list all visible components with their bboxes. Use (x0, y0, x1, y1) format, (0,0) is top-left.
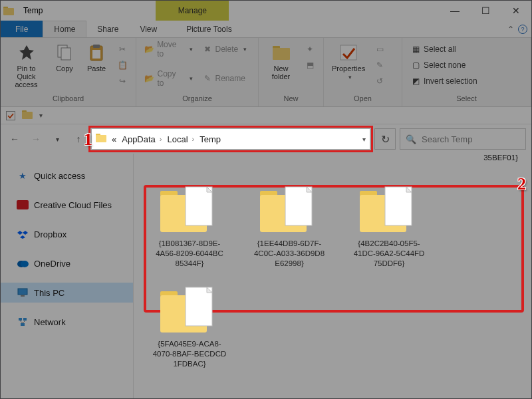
delete-button[interactable]: ✖Delete (198, 42, 255, 57)
copy-path-icon: 📋 (117, 60, 128, 70)
rename-button[interactable]: ✎Rename (198, 71, 255, 86)
minimize-button[interactable]: — (440, 1, 470, 21)
folder-qat-icon (22, 110, 33, 122)
sidebar-item-dropbox[interactable]: Dropbox (1, 224, 133, 244)
star-icon: ★ (17, 170, 29, 182)
group-label-clipboard: Clipboard (1, 94, 136, 106)
this-pc-icon (17, 287, 29, 299)
address-bar[interactable]: « AppData› Local› Temp ▾ (91, 128, 370, 150)
breadcrumb-appdata[interactable]: AppData› (122, 134, 162, 144)
copy-path-button[interactable]: 📋 (113, 58, 132, 72)
folder-icon (156, 179, 223, 236)
paste-button[interactable]: Paste (81, 41, 112, 74)
edit-button[interactable]: ✎ (370, 58, 389, 72)
recent-locations-button[interactable]: ▾ (49, 130, 66, 148)
tab-file[interactable]: File (1, 21, 43, 37)
select-none-button[interactable]: ▢Select none (406, 58, 481, 72)
rename-icon: ✎ (202, 73, 213, 84)
select-all-button[interactable]: ▦Select all (406, 42, 481, 57)
invert-selection-button[interactable]: ◩Invert selection (406, 74, 481, 88)
address-row: ← → ▾ ↑ « AppData› Local› Temp ▾ ↻ 🔍 Sea… (1, 124, 531, 154)
tab-picture-tools[interactable]: Picture Tools (176, 21, 242, 37)
pin-label: Pin to Quick access (9, 65, 44, 88)
folder-item[interactable]: {1B081367-8D9E-4A56-8209-6044BC85344F} (143, 174, 236, 274)
properties-label: Properties (332, 65, 365, 72)
new-item-icon: ✦ (305, 44, 315, 55)
new-item-button[interactable]: ✦ (301, 42, 319, 57)
history-icon: ↺ (374, 76, 385, 86)
breadcrumb-overflow[interactable]: « (112, 134, 116, 144)
content-pane[interactable]: 35BEF01} {1B081367-8D9E-4A56-8209-6044BC… (134, 154, 531, 398)
search-icon: 🔍 (406, 134, 416, 144)
open-icon: ▭ (374, 44, 385, 55)
breadcrumb-temp[interactable]: Temp (200, 134, 221, 144)
properties-button[interactable]: Properties (328, 41, 369, 82)
open-button[interactable]: ▭ (370, 42, 389, 57)
sidebar-item-onedrive[interactable]: OneDrive (1, 253, 133, 273)
group-label-open: Open (324, 94, 402, 106)
collapse-ribbon-icon[interactable]: ⌃ (507, 25, 514, 34)
delete-icon: ✖ (202, 44, 213, 55)
refresh-button[interactable]: ↻ (374, 128, 396, 150)
svg-rect-15 (17, 200, 29, 209)
folder-item[interactable]: {1EE44DB9-6D7F-4C0C-A033-36D9D8E62998} (243, 174, 336, 274)
tab-home[interactable]: Home (43, 21, 86, 37)
tab-view[interactable]: View (129, 21, 168, 37)
select-none-icon: ▢ (410, 60, 421, 70)
sidebar-item-this-pc[interactable]: This PC (1, 283, 133, 303)
annotation-marker-1: 1 (84, 130, 92, 150)
chevron-right-icon: › (192, 135, 195, 143)
folder-item[interactable]: {5FA045E9-ACA8-4070-8BAF-BECDCD1FDBAC} (143, 274, 236, 374)
address-dropdown-icon[interactable]: ▾ (362, 136, 366, 143)
properties-icon (338, 42, 359, 63)
forward-button[interactable]: → (27, 130, 45, 148)
paste-shortcut-button[interactable]: ↪ (113, 74, 132, 88)
svg-rect-6 (93, 45, 100, 48)
move-to-button[interactable]: 📂Move to (140, 42, 197, 57)
copy-icon (54, 42, 75, 63)
copy-to-icon: 📂 (144, 73, 154, 84)
breadcrumb-local[interactable]: Local› (168, 134, 195, 144)
folder-icon (356, 179, 422, 236)
copy-to-button[interactable]: 📂Copy to (140, 71, 197, 86)
pin-quick-access-button[interactable]: Pin to Quick access (5, 41, 48, 90)
help-icon[interactable]: ? (518, 25, 527, 34)
folder-item[interactable]: {6E3228E7-59ED (143, 380, 236, 398)
svg-rect-23 (19, 318, 22, 321)
select-all-icon: ▦ (410, 44, 421, 55)
title-bar: Temp Manage — ☐ ✕ (1, 1, 531, 21)
back-button[interactable]: ← (6, 130, 23, 148)
svg-rect-12 (22, 112, 33, 119)
new-folder-label: New folder (267, 65, 295, 80)
sidebar-item-quick-access[interactable]: ★Quick access (1, 166, 133, 186)
folder-name: {1B081367-8D9E-4A56-8209-6044BC85344F} (156, 239, 223, 269)
select-all-checkbox[interactable] (6, 111, 15, 120)
folder-item[interactable]: {9A546AAC-0651 (243, 380, 336, 398)
close-button[interactable]: ✕ (501, 1, 531, 21)
folder-open-icon (156, 385, 223, 398)
folder-item[interactable]: {4B2C2B40-05F5-41DC-96A2-5C44FD75DDF6} (342, 174, 436, 274)
easy-access-icon: ⬒ (305, 60, 315, 70)
folder-grid: {1B081367-8D9E-4A56-8209-6044BC85344F}{1… (143, 174, 522, 374)
qat-dropdown-icon[interactable]: ▾ (39, 112, 43, 119)
cut-button[interactable]: ✂ (113, 42, 132, 57)
tab-share[interactable]: Share (86, 21, 129, 37)
copy-button[interactable]: Copy (49, 41, 80, 74)
sidebar-item-network[interactable]: Network (1, 312, 133, 332)
new-folder-icon (271, 42, 292, 63)
svg-line-26 (20, 321, 23, 323)
search-box[interactable]: 🔍 Search Temp (400, 128, 526, 150)
group-label-select: Select (402, 94, 531, 106)
explorer-window: Temp Manage — ☐ ✕ File Home Share View P… (0, 0, 532, 399)
folder-item[interactable]: {9D27D3BE-DFA (342, 380, 436, 398)
maximize-button[interactable]: ☐ (470, 1, 501, 21)
quick-access-toolbar: ▾ (1, 107, 531, 124)
easy-access-button[interactable]: ⬒ (301, 58, 319, 72)
svg-rect-22 (21, 295, 25, 297)
sidebar-item-creative-cloud[interactable]: Creative Cloud Files (1, 195, 133, 215)
folder-name: {5FA045E9-ACA8-4070-8BAF-BECDCD1FDBAC} (153, 339, 227, 369)
history-button[interactable]: ↺ (370, 74, 389, 88)
shortcut-icon: ↪ (117, 76, 128, 86)
new-folder-button[interactable]: New folder (263, 41, 299, 82)
context-tab-manage[interactable]: Manage (156, 1, 229, 21)
